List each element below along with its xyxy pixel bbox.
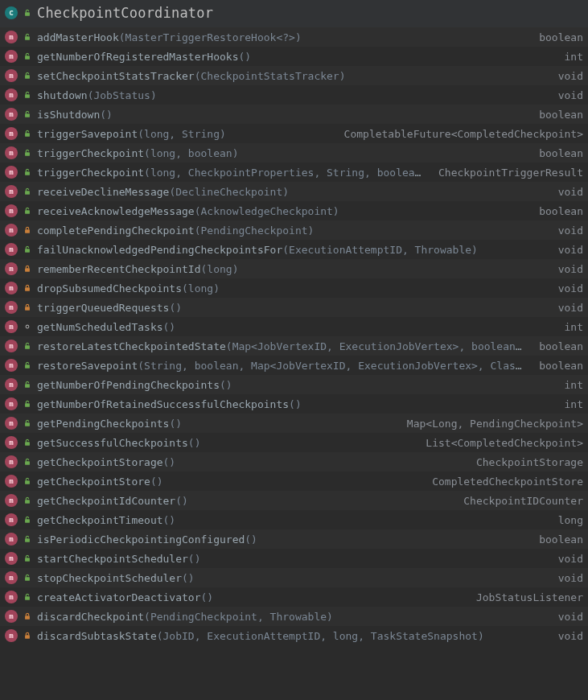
return-type: List<CompletedCheckpoint> [417,437,583,449]
method-row[interactable]: mtriggerQueuedRequests()void [0,298,588,317]
method-row[interactable]: mcreateActivatorDeactivator()JobStatusLi… [0,587,588,607]
svg-rect-22 [25,442,30,446]
method-name: triggerCheckpoint [37,167,144,179]
method-icon: m [5,69,18,82]
method-row[interactable]: mfailUnacknowledgedPendingCheckpointsFor… [0,240,588,259]
method-icon: m [5,629,18,642]
method-row[interactable]: mgetNumberOfRetainedSuccessfulCheckpoint… [0,394,588,414]
method-name: createActivatorDeactivator [37,591,201,603]
svg-rect-21 [25,422,30,426]
svg-rect-3 [25,75,30,79]
method-icon: m [5,301,18,314]
return-type: int [557,379,583,391]
method-row[interactable]: mgetCheckpointStore()CompletedCheckpoint… [0,471,588,491]
method-name: restoreLatestCheckpointedState [37,340,226,352]
public-icon [23,8,32,18]
return-type: void [550,553,583,565]
method-row[interactable]: mstopCheckpointScheduler()void [0,568,588,587]
method-row[interactable]: misPeriodicCheckpointingConfigured()bool… [0,529,588,549]
method-row[interactable]: mdiscardSubtaskState(JobID, ExecutionAtt… [0,626,588,645]
method-name: completePendingCheckpoint [37,224,195,237]
method-name: stopCheckpointScheduler [37,572,182,584]
method-row[interactable]: mgetNumberOfRegisteredMasterHooks()int [0,47,588,66]
method-icon: m [5,108,18,121]
return-type: void [550,282,583,294]
method-row[interactable]: mdiscardCheckpoint(PendingCheckpoint, Th… [0,607,588,626]
method-row[interactable]: mgetNumberOfPendingCheckpoints()int [0,375,588,394]
method-row[interactable]: mgetNumScheduledTasks()int [0,317,588,336]
svg-rect-14 [25,287,30,291]
method-row[interactable]: mtriggerSavepoint(long, String)Completab… [0,124,588,143]
method-row[interactable]: mrestoreLatestCheckpointedState(Map<JobV… [0,336,588,356]
method-name: addMasterHook [37,31,119,43]
method-signature: stopCheckpointScheduler() [37,572,545,584]
method-name: shutdown [37,89,88,101]
svg-rect-2 [25,56,30,60]
class-icon: c [5,6,18,19]
method-signature: rememberRecentCheckpointId(long) [37,263,545,275]
method-row[interactable]: maddMasterHook(MasterTriggerRestoreHook<… [0,27,588,47]
method-row[interactable]: mdropSubsumedCheckpoints(long)void [0,278,588,298]
public-icon [23,360,32,370]
svg-rect-24 [25,480,30,484]
method-params: (Map<JobVertexID, ExecutionJobVertex>, b… [226,340,526,352]
method-row[interactable]: mreceiveAcknowledgeMessage(AcknowledgeCh… [0,201,588,220]
structure-header: c CheckpointCoordinator [0,0,588,27]
method-row[interactable]: mstartCheckpointScheduler()void [0,549,588,568]
method-row[interactable]: msetCheckpointStatsTracker(CheckpointSta… [0,66,588,85]
package-icon [23,322,32,331]
public-icon [23,167,32,177]
svg-rect-6 [25,133,30,137]
return-type: boolean [531,360,583,372]
return-type: void [550,186,583,198]
method-name: getNumberOfRetainedSuccessfulCheckpoints [37,398,289,410]
method-row[interactable]: mgetPendingCheckpoints()Map<Long, Pendin… [0,414,588,433]
return-type: long [550,514,583,526]
method-params: (ExecutionAttemptID, Throwable) [282,244,478,256]
method-params: (long, String) [138,128,226,140]
method-row[interactable]: mreceiveDeclineMessage(DeclineCheckpoint… [0,182,588,201]
method-signature: startCheckpointScheduler() [37,553,545,565]
public-icon [23,438,32,447]
public-icon [23,534,32,544]
method-name: discardCheckpoint [37,611,144,623]
method-row[interactable]: mgetCheckpointStorage()CheckpointStorage [0,452,588,471]
return-type: void [550,611,583,623]
svg-rect-7 [25,152,30,156]
method-row[interactable]: mrememberRecentCheckpointId(long)void [0,259,588,278]
method-signature: triggerQueuedRequests() [37,302,545,314]
method-icon: m [5,397,18,410]
method-signature: failUnacknowledgedPendingCheckpointsFor(… [37,244,545,256]
method-row[interactable]: mcompletePendingCheckpoint(PendingCheckp… [0,220,588,240]
method-row[interactable]: mshutdown(JobStatus)void [0,85,588,105]
public-icon [23,476,32,486]
method-signature: dropSubsumedCheckpoints(long) [37,282,545,294]
method-row[interactable]: mrestoreSavepoint(String, boolean, Map<J… [0,356,588,375]
method-name: getNumberOfRegisteredMasterHooks [37,51,238,63]
svg-rect-25 [25,500,30,504]
method-row[interactable]: misShutdown()boolean [0,105,588,124]
return-type: int [557,398,583,410]
method-row[interactable]: mgetSuccessfulCheckpoints()List<Complete… [0,433,588,452]
method-params: () [182,572,195,584]
method-params: (long, CheckpointProperties, String, boo… [144,167,426,179]
method-row[interactable]: mgetCheckpointTimeout()long [0,510,588,529]
public-icon [23,418,32,428]
svg-rect-10 [25,210,30,214]
method-params: (PendingCheckpoint) [195,224,315,237]
svg-rect-12 [25,249,30,253]
method-row[interactable]: mtriggerCheckpoint(long, CheckpointPrope… [0,163,588,182]
method-icon: m [5,166,18,179]
method-icon: m [5,552,18,565]
public-icon [23,148,32,158]
method-row[interactable]: mgetCheckpointIdCounter()CheckpointIDCou… [0,491,588,510]
method-params: () [163,514,176,526]
return-type: CheckpointIDCounter [455,495,583,507]
class-title[interactable]: CheckpointCoordinator [37,5,213,21]
private-icon [23,303,32,312]
method-icon: m [5,417,18,430]
method-signature: createActivatorDeactivator() [37,591,463,603]
method-signature: getNumberOfPendingCheckpoints() [37,379,552,391]
method-icon: m [5,320,18,333]
method-row[interactable]: mtriggerCheckpoint(long, boolean)boolean [0,143,588,163]
